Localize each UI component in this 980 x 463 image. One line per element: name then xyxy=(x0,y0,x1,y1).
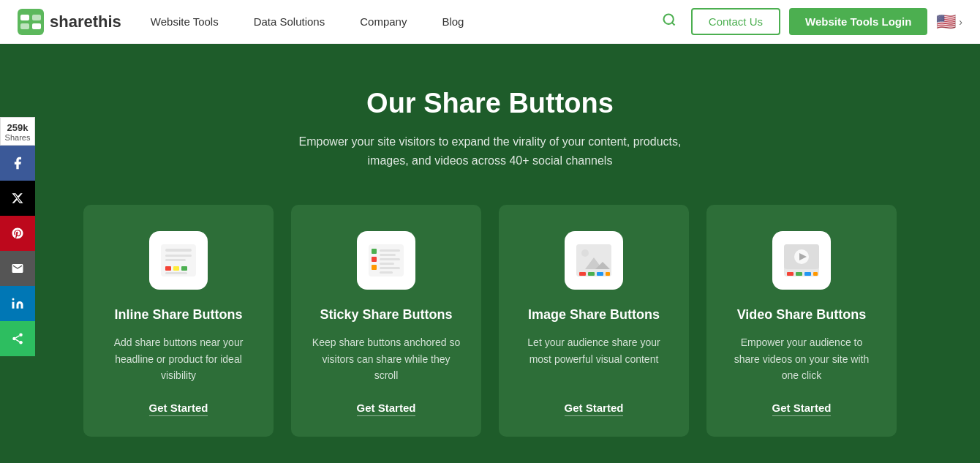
inline-card-title: Inline Share Buttons xyxy=(114,306,242,324)
hero-title: Our Share Buttons xyxy=(366,88,614,119)
language-selector[interactable]: 🇺🇸 › xyxy=(936,12,962,31)
svg-line-4 xyxy=(15,339,19,342)
main-content: Our Share Buttons Empower your site visi… xyxy=(0,44,980,463)
facebook-share-button[interactable] xyxy=(0,146,35,181)
login-button[interactable]: Website Tools Login xyxy=(789,8,927,35)
svg-rect-16 xyxy=(165,259,186,261)
flag-icon: 🇺🇸 xyxy=(936,12,956,31)
logo[interactable]: sharethis xyxy=(18,9,121,35)
svg-rect-18 xyxy=(173,266,179,271)
twitter-share-button[interactable] xyxy=(0,181,35,216)
svg-rect-26 xyxy=(380,254,396,256)
nav-actions: Contact Us Website Tools Login 🇺🇸 › xyxy=(656,8,962,35)
svg-rect-10 xyxy=(32,23,41,29)
svg-point-1 xyxy=(19,334,23,337)
svg-point-0 xyxy=(12,298,15,301)
svg-line-5 xyxy=(15,336,19,338)
sticky-card-cta[interactable]: Get Started xyxy=(357,402,416,416)
shares-label: Shares xyxy=(5,133,31,142)
pinterest-share-button[interactable] xyxy=(0,216,35,251)
chevron-down-icon: › xyxy=(959,16,962,28)
nav-data-solutions[interactable]: Data Solutions xyxy=(254,15,325,28)
svg-rect-15 xyxy=(165,255,192,257)
svg-point-35 xyxy=(581,249,589,257)
sticky-card-desc: Keep share buttons anchored so visitors … xyxy=(312,334,461,383)
svg-rect-45 xyxy=(796,272,802,276)
video-card-desc: Empower your audience to share videos on… xyxy=(727,334,876,383)
svg-rect-36 xyxy=(579,272,586,276)
svg-rect-37 xyxy=(588,272,595,276)
video-share-card: Video Share Buttons Empower your audienc… xyxy=(706,205,897,436)
contact-button[interactable]: Contact Us xyxy=(691,8,780,35)
svg-rect-7 xyxy=(20,15,29,20)
svg-rect-28 xyxy=(380,263,394,265)
svg-rect-39 xyxy=(606,272,610,276)
video-icon xyxy=(772,231,831,290)
general-share-button[interactable] xyxy=(0,321,35,356)
image-card-title: Image Share Buttons xyxy=(528,306,660,324)
svg-rect-20 xyxy=(165,272,187,274)
hero-subtitle: Empower your site visitors to expand the… xyxy=(285,132,695,170)
svg-rect-38 xyxy=(597,272,603,276)
svg-rect-44 xyxy=(787,272,794,276)
svg-rect-25 xyxy=(380,249,400,252)
search-button[interactable] xyxy=(656,10,682,34)
svg-rect-47 xyxy=(813,272,818,276)
image-card-cta[interactable]: Get Started xyxy=(565,402,624,416)
nav-company[interactable]: Company xyxy=(360,15,407,28)
svg-rect-30 xyxy=(380,271,393,274)
nav-blog[interactable]: Blog xyxy=(442,15,464,28)
sticky-icon xyxy=(357,231,415,290)
search-icon xyxy=(662,12,676,27)
svg-rect-17 xyxy=(165,266,171,271)
sticky-card-title: Sticky Share Buttons xyxy=(320,306,452,324)
inline-icon xyxy=(149,231,208,290)
video-card-cta[interactable]: Get Started xyxy=(772,402,832,416)
inline-share-card: Inline Share Buttons Add share buttons n… xyxy=(83,205,274,436)
svg-point-11 xyxy=(663,15,673,24)
sticky-share-card: Sticky Share Buttons Keep share buttons … xyxy=(291,205,481,436)
image-icon xyxy=(565,231,623,290)
logo-text: sharethis xyxy=(50,12,121,31)
social-sidebar: 259k Shares xyxy=(0,117,35,356)
image-card-desc: Let your audience share your most powerf… xyxy=(519,334,668,383)
nav-links: Website Tools Data Solutions Company Blo… xyxy=(151,15,656,28)
nav-website-tools[interactable]: Website Tools xyxy=(151,15,219,28)
svg-line-12 xyxy=(672,23,675,26)
video-card-title: Video Share Buttons xyxy=(737,306,867,324)
svg-rect-46 xyxy=(804,272,811,276)
share-count: 259k Shares xyxy=(0,117,35,146)
svg-rect-29 xyxy=(380,267,400,269)
svg-rect-24 xyxy=(372,265,377,270)
svg-rect-14 xyxy=(165,249,192,252)
svg-rect-22 xyxy=(372,249,377,254)
navbar: sharethis Website Tools Data Solutions C… xyxy=(0,0,980,44)
svg-rect-9 xyxy=(20,23,29,29)
svg-rect-27 xyxy=(380,258,400,260)
image-share-card: Image Share Buttons Let your audience sh… xyxy=(499,205,689,436)
logo-icon xyxy=(18,9,44,35)
cards-row: Inline Share Buttons Add share buttons n… xyxy=(59,205,921,436)
svg-point-2 xyxy=(12,337,16,341)
linkedin-share-button[interactable] xyxy=(0,286,35,321)
svg-point-3 xyxy=(19,341,23,345)
svg-rect-8 xyxy=(32,15,41,20)
svg-rect-6 xyxy=(18,9,44,35)
count-number: 259k xyxy=(7,122,29,133)
inline-card-cta[interactable]: Get Started xyxy=(149,402,208,416)
svg-rect-19 xyxy=(181,266,187,271)
svg-rect-23 xyxy=(372,257,377,262)
inline-card-desc: Add share buttons near your headline or … xyxy=(104,334,253,383)
email-share-button[interactable] xyxy=(0,251,35,286)
